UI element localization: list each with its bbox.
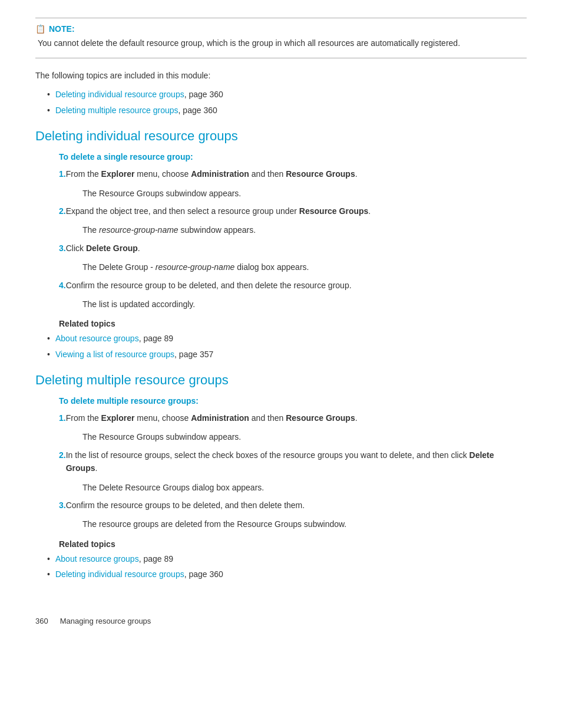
section2-steps-3: 3. Confirm the resource groups to be del… xyxy=(35,499,527,512)
step1-content: From the Explorer menu, choose Administr… xyxy=(66,167,527,180)
related-topic-2-suffix-1: , page 89 xyxy=(139,554,173,564)
section2-steps-1: 1. From the Explorer menu, choose Admini… xyxy=(35,411,527,424)
toc-suffix-2: , page 360 xyxy=(178,106,217,115)
related-topic-1-suffix-1: , page 89 xyxy=(139,334,173,343)
related-topic-1-item-2: Viewing a list of resource groups, page … xyxy=(47,348,527,361)
section1-step-4: 4. Confirm the resource group to be dele… xyxy=(35,279,527,292)
s2-step1-subnote: The Resource Groups subwindow appears. xyxy=(35,430,527,443)
section1-step-2: 2. Expand the object tree, and then sele… xyxy=(35,205,527,218)
related-topics-1-list: About resource groups, page 89 Viewing a… xyxy=(35,332,527,361)
step2-content: Expand the object tree, and then select … xyxy=(66,205,527,218)
section2-step-2: 2. In the list of resource groups, selec… xyxy=(35,449,527,475)
note-body: You cannot delete the default resource g… xyxy=(35,37,527,50)
s2-step2-content: In the list of resource groups, select t… xyxy=(66,449,527,475)
section2-step-3: 3. Confirm the resource groups to be del… xyxy=(35,499,527,512)
step3-num: 3. xyxy=(35,242,66,255)
note-body-text1: You cannot delete the default resource g… xyxy=(38,38,202,48)
related-topics-2-label: Related topics xyxy=(35,539,527,549)
toc-item-1: Deleting individual resource groups, pag… xyxy=(47,88,527,101)
step4-subnote: The list is updated accordingly. xyxy=(35,298,527,311)
step4-content: Confirm the resource group to be deleted… xyxy=(66,279,527,292)
section2-heading: Deleting multiple resource groups xyxy=(35,373,527,388)
s2-step1-content: From the Explorer menu, choose Administr… xyxy=(66,411,527,424)
toc-link-1[interactable]: Deleting individual resource groups xyxy=(55,90,184,99)
step3-content: Click Delete Group. xyxy=(66,242,527,255)
s2-step2-num: 2. xyxy=(35,449,66,475)
section1-steps-4: 4. Confirm the resource group to be dele… xyxy=(35,279,527,292)
footer-title: Managing resource groups xyxy=(60,617,151,625)
s2-step3-num: 3. xyxy=(35,499,66,512)
related-topics-1-label: Related topics xyxy=(35,319,527,328)
step1-subnote: The Resource Groups subwindow appears. xyxy=(35,187,527,200)
related-topics-2-list: About resource groups, page 89 Deleting … xyxy=(35,552,527,581)
section1-steps-2: 2. Expand the object tree, and then sele… xyxy=(35,205,527,218)
note-icon: 📋 xyxy=(35,24,45,34)
section1-steps: 1. From the Explorer menu, choose Admini… xyxy=(35,167,527,180)
step1-num: 1. xyxy=(35,167,66,180)
footer: 360 Managing resource groups xyxy=(35,617,527,625)
footer-page-num: 360 xyxy=(35,617,48,625)
note-label: NOTE: xyxy=(49,24,75,34)
related-topic-1-link-1[interactable]: About resource groups xyxy=(55,334,139,343)
toc-suffix-1: , page 360 xyxy=(184,90,223,99)
related-topic-2-item-2: Deleting individual resource groups, pag… xyxy=(47,568,527,581)
s2-step1-num: 1. xyxy=(35,411,66,424)
s2-step3-content: Confirm the resource groups to be delete… xyxy=(66,499,527,512)
related-topic-2-item-1: About resource groups, page 89 xyxy=(47,552,527,565)
step3-subnote: The Delete Group - resource-group-name d… xyxy=(35,261,527,274)
note-box: 📋 NOTE: You cannot delete the default re… xyxy=(35,18,527,58)
s2-step3-subnote: The resource groups are deleted from the… xyxy=(35,518,527,531)
section1-heading: Deleting individual resource groups xyxy=(35,129,527,144)
section1-step-3: 3. Click Delete Group. xyxy=(35,242,527,255)
section1-steps-3: 3. Click Delete Group. xyxy=(35,242,527,255)
related-topic-2-link-2[interactable]: Deleting individual resource groups xyxy=(55,569,184,579)
related-topic-1-link-2[interactable]: Viewing a list of resource groups xyxy=(55,350,174,359)
footer-text: 360 Managing resource groups xyxy=(35,617,527,625)
section2-step-1: 1. From the Explorer menu, choose Admini… xyxy=(35,411,527,424)
related-topic-1-suffix-2: , page 357 xyxy=(174,350,213,359)
intro-text: The following topics are included in thi… xyxy=(35,69,527,82)
section2-steps-2: 2. In the list of resource groups, selec… xyxy=(35,449,527,475)
related-topic-1-item-1: About resource groups, page 89 xyxy=(47,332,527,345)
related-topic-2-suffix-2: , page 360 xyxy=(184,569,223,579)
section1-step-1: 1. From the Explorer menu, choose Admini… xyxy=(35,167,527,180)
section2-subheading: To delete multiple resource groups: xyxy=(35,396,527,406)
toc-link-2[interactable]: Deleting multiple resource groups xyxy=(55,106,178,115)
note-header: 📋 NOTE: xyxy=(35,24,527,34)
note-body-text2: , which is the group in which all resour… xyxy=(202,38,460,48)
toc-list: Deleting individual resource groups, pag… xyxy=(35,88,527,117)
step2-subnote: The resource-group-name subwindow appear… xyxy=(35,223,527,236)
section1-subheading: To delete a single resource group: xyxy=(35,152,527,162)
s2-step2-subnote: The Delete Resource Groups dialog box ap… xyxy=(35,481,527,494)
step2-num: 2. xyxy=(35,205,66,218)
step4-num: 4. xyxy=(35,279,66,292)
related-topic-2-link-1[interactable]: About resource groups xyxy=(55,554,139,564)
toc-item-2: Deleting multiple resource groups, page … xyxy=(47,104,527,117)
